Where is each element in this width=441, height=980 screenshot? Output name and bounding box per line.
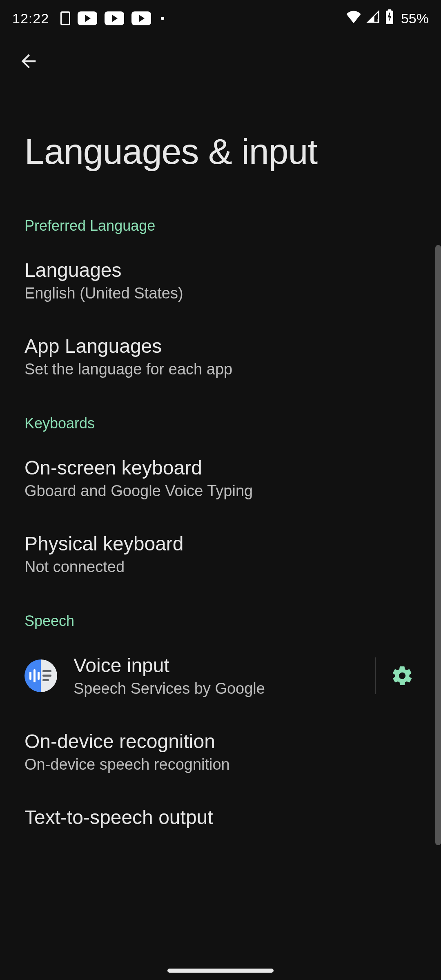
setting-title: Voice input	[74, 654, 363, 677]
setting-subtitle: English (United States)	[24, 285, 416, 302]
setting-voice-input[interactable]: Voice input Speech Services by Google	[0, 638, 441, 714]
setting-title: On-screen keyboard	[24, 457, 416, 479]
status-left: 12:22	[12, 11, 164, 27]
setting-title: Text-to-speech output	[24, 806, 416, 829]
setting-on-device-recognition[interactable]: On-device recognition On-device speech r…	[0, 714, 441, 790]
wifi-icon	[345, 10, 362, 27]
setting-app-languages[interactable]: App Languages Set the language for each …	[0, 318, 441, 394]
battery-charging-icon	[385, 9, 394, 27]
setting-title: Languages	[24, 259, 416, 281]
page-title: Languages & input	[0, 86, 441, 197]
arrow-back-icon	[18, 51, 39, 72]
svg-text:!: !	[377, 18, 379, 23]
setting-subtitle: Set the language for each app	[24, 361, 416, 378]
youtube-icon	[105, 11, 124, 25]
sim-icon	[60, 11, 70, 25]
setting-physical-keyboard[interactable]: Physical keyboard Not connected	[0, 516, 441, 592]
youtube-icon	[131, 11, 151, 25]
navigation-handle[interactable]	[167, 969, 274, 973]
setting-subtitle: Not connected	[24, 558, 416, 576]
svg-rect-2	[388, 9, 391, 11]
setting-subtitle: On-device speech recognition	[24, 756, 416, 773]
scrollbar[interactable]	[435, 245, 441, 845]
setting-subtitle: Gboard and Google Voice Typing	[24, 482, 416, 500]
section-header-preferred-language: Preferred Language	[0, 197, 441, 243]
back-button[interactable]	[16, 49, 41, 74]
divider	[375, 657, 376, 694]
section-header-speech: Speech	[0, 592, 441, 638]
setting-onscreen-keyboard[interactable]: On-screen keyboard Gboard and Google Voi…	[0, 440, 441, 516]
status-bar: 12:22 ! 55%	[0, 0, 441, 37]
cell-signal-icon: !	[366, 10, 381, 27]
status-time: 12:22	[12, 11, 49, 27]
setting-languages[interactable]: Languages English (United States)	[0, 243, 441, 318]
battery-percentage: 55%	[401, 11, 429, 27]
setting-title: App Languages	[24, 335, 416, 357]
app-bar	[0, 37, 441, 86]
youtube-icon	[78, 11, 97, 25]
setting-title: Physical keyboard	[24, 532, 416, 555]
status-right: ! 55%	[345, 9, 429, 27]
voice-services-icon	[24, 659, 57, 692]
more-notifications-icon	[161, 17, 164, 20]
gear-icon	[391, 664, 414, 687]
setting-text-to-speech[interactable]: Text-to-speech output	[0, 790, 441, 829]
section-header-keyboards: Keyboards	[0, 394, 441, 440]
setting-subtitle: Speech Services by Google	[74, 680, 363, 697]
setting-title: On-device recognition	[24, 730, 416, 753]
voice-input-settings-button[interactable]	[388, 662, 416, 690]
